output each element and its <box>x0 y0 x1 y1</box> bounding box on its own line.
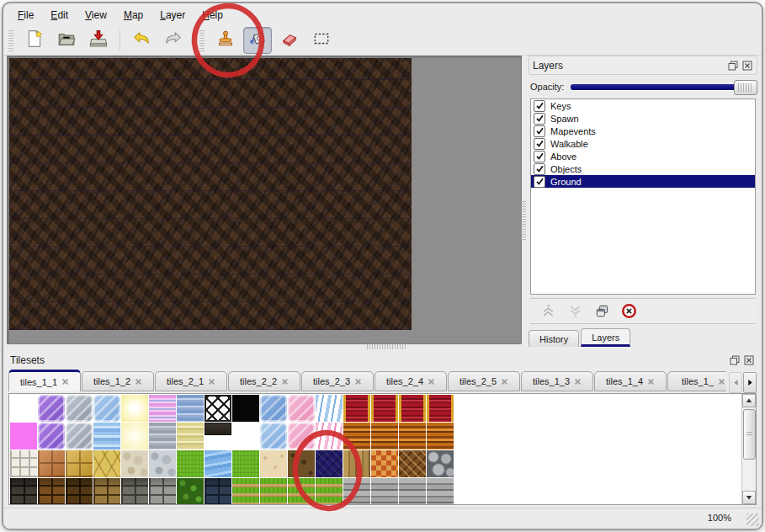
tile-stone-path[interactable] <box>10 450 37 477</box>
menu-item-map[interactable]: Map <box>116 7 151 24</box>
tile-brick-gray[interactable] <box>149 478 176 505</box>
menu-item-edit[interactable]: Edit <box>43 7 76 24</box>
scroll-down-icon[interactable] <box>742 491 756 504</box>
tile-grass-path[interactable] <box>232 478 259 505</box>
close-tab-icon[interactable] <box>501 378 508 386</box>
tile-dirt[interactable] <box>288 450 315 477</box>
tileset-tab-tiles_1_4[interactable]: tiles_1_4 <box>594 371 667 391</box>
tile-palette-scrollbar[interactable] <box>741 394 756 504</box>
layer-visibility-checkbox[interactable] <box>534 176 545 188</box>
tile-planks[interactable] <box>343 450 370 477</box>
tileset-tab-tiles_2_1[interactable]: tiles_2_1 <box>155 371 227 391</box>
tile-wall-blue[interactable] <box>205 478 231 505</box>
close-tab-icon[interactable] <box>354 378 362 386</box>
menu-item-file[interactable]: File <box>10 7 41 24</box>
tile-curtain-red[interactable] <box>427 395 454 422</box>
tile-brick-darkbrown[interactable] <box>66 478 93 505</box>
scroll-up-icon[interactable] <box>742 394 756 407</box>
layer-row-keys[interactable]: Keys <box>531 99 755 112</box>
open-file-button[interactable] <box>52 27 81 54</box>
tile-glass-blue[interactable] <box>260 423 287 450</box>
tile-glow-yellow[interactable] <box>121 395 148 422</box>
tileset-tab-tiles_2_2[interactable]: tiles_2_2 <box>228 371 300 391</box>
toolbar-drag-handle[interactable] <box>199 29 205 51</box>
tile-glass-pink[interactable] <box>288 423 315 450</box>
tile-grass-path[interactable] <box>260 478 287 505</box>
tile-planks-gray[interactable] <box>343 478 370 505</box>
tile-terracotta[interactable] <box>38 450 65 477</box>
tile-glass-purple[interactable] <box>38 423 65 450</box>
tile-glass-blue2[interactable] <box>260 395 287 422</box>
close-tab-icon[interactable] <box>718 378 725 386</box>
tile-sign[interactable] <box>205 423 231 435</box>
tile-black[interactable] <box>232 395 259 422</box>
opacity-slider-handle[interactable] <box>734 80 757 95</box>
duplicate-layer-button[interactable] <box>592 302 611 321</box>
tile-stripes-orange[interactable] <box>371 423 398 450</box>
tileset-tab-tiles_1_[interactable]: tiles_1_ <box>667 371 726 391</box>
tile-pale-yellow[interactable] <box>121 423 148 450</box>
layer-row-objects[interactable]: Objects <box>531 162 755 175</box>
vertical-splitter-handle[interactable] <box>521 200 526 240</box>
tile-grass[interactable] <box>177 450 204 477</box>
tileset-tab-tiles_2_5[interactable]: tiles_2_5 <box>448 371 520 391</box>
rect-select-tool-button[interactable] <box>307 27 336 54</box>
tile-planks-gray[interactable] <box>399 478 426 505</box>
layer-row-walkable[interactable]: Walkable <box>531 137 755 150</box>
tile-grass[interactable] <box>232 450 259 477</box>
tile-stripes-yellow[interactable] <box>177 423 204 450</box>
tile-planks-gray[interactable] <box>371 478 398 505</box>
tile-water2[interactable] <box>205 450 231 477</box>
close-tab-icon[interactable] <box>428 378 435 386</box>
tile-grass-path[interactable] <box>288 478 315 505</box>
redo-button[interactable] <box>159 27 188 54</box>
close-tab-icon[interactable] <box>281 378 289 386</box>
close-tab-icon[interactable] <box>208 378 215 386</box>
scroll-tabs-right-button[interactable] <box>743 372 757 393</box>
new-file-button[interactable] <box>20 27 49 54</box>
tileset-tab-tiles_2_3[interactable]: tiles_2_3 <box>301 371 374 391</box>
eraser-tool-button[interactable] <box>275 27 304 54</box>
move-layer-up-button[interactable] <box>539 302 557 321</box>
tileset-tab-tiles_1_1[interactable]: tiles_1_1 <box>8 370 81 391</box>
tile-stripes-gray[interactable] <box>149 423 176 450</box>
tile-stripes-orange[interactable] <box>343 423 370 450</box>
layer-visibility-checkbox[interactable] <box>534 151 545 162</box>
dock-tab-history[interactable]: History <box>529 330 579 347</box>
tile-glass-blue[interactable] <box>93 395 120 422</box>
tile-glass-gray[interactable] <box>66 395 93 422</box>
close-panel-icon[interactable] <box>743 354 755 365</box>
map-canvas[interactable] <box>7 56 522 344</box>
tile-boulders[interactable] <box>427 450 454 477</box>
scrollbar-thumb[interactable] <box>743 409 756 460</box>
tile-brick-brown[interactable] <box>38 478 65 505</box>
tile-basket[interactable] <box>371 450 398 477</box>
float-panel-icon[interactable] <box>727 60 739 71</box>
undo-button[interactable] <box>127 27 156 54</box>
close-tab-icon[interactable] <box>61 378 69 386</box>
tile-gold-tiles[interactable] <box>66 450 93 477</box>
tile-white[interactable] <box>10 395 37 422</box>
save-file-button[interactable] <box>84 27 113 54</box>
tile-ribbon-pink[interactable] <box>316 423 343 450</box>
tile-sand[interactable] <box>260 450 287 477</box>
menu-item-view[interactable]: View <box>77 7 114 24</box>
tile-hedge[interactable] <box>177 478 204 505</box>
tile-stripes-pink[interactable] <box>149 395 176 422</box>
delete-layer-button[interactable] <box>619 302 638 321</box>
tile-magenta[interactable] <box>10 423 37 450</box>
layer-row-mapevents[interactable]: Mapevents <box>531 125 755 137</box>
tile-herringbone[interactable] <box>399 450 426 477</box>
stamp-tool-button[interactable] <box>211 27 240 54</box>
tile-curtain-red[interactable] <box>371 395 398 422</box>
layer-visibility-checkbox[interactable] <box>534 100 545 112</box>
tile-glass-purple[interactable] <box>38 395 65 422</box>
float-panel-icon[interactable] <box>729 354 741 365</box>
resize-grip[interactable] <box>746 513 759 526</box>
close-tab-icon[interactable] <box>574 378 582 386</box>
layer-row-above[interactable]: Above <box>531 150 755 162</box>
close-tab-icon[interactable] <box>135 378 142 386</box>
layer-visibility-checkbox[interactable] <box>534 138 545 150</box>
tile-beige-pebbles[interactable] <box>121 450 148 477</box>
layer-visibility-checkbox[interactable] <box>534 125 545 137</box>
